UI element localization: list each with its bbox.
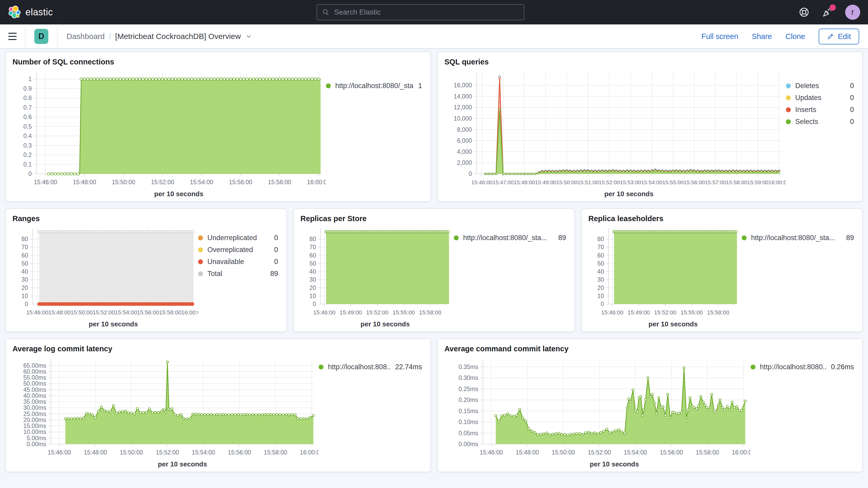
- series-marker: [534, 173, 536, 175]
- x-tick-label: 15:56:00: [229, 179, 252, 186]
- panel-title[interactable]: Ranges: [12, 214, 281, 223]
- legend-item[interactable]: Inserts0: [786, 106, 854, 114]
- series-marker: [262, 78, 265, 80]
- series-marker: [178, 78, 180, 80]
- panel-average-command-commit-latency: Average command commit latency 0.00ms0.0…: [437, 338, 863, 472]
- breadcrumb-dashboard[interactable]: Dashboard: [66, 32, 105, 41]
- legend-series-value: 0: [850, 94, 854, 102]
- series-marker: [661, 171, 663, 173]
- sql-connections-chart[interactable]: 00.10.20.30.40.50.60.70.80.9115:46:0015:…: [11, 68, 326, 200]
- legend-item[interactable]: http://localhost:808...22.74ms: [319, 363, 422, 371]
- panel-title[interactable]: SQL queries: [444, 58, 857, 66]
- search-input[interactable]: [334, 8, 519, 17]
- global-search[interactable]: [316, 4, 524, 20]
- series-marker: [73, 418, 75, 420]
- panel-title[interactable]: Average command commit latency: [444, 344, 857, 353]
- menu-button[interactable]: [0, 24, 25, 49]
- user-avatar[interactable]: r: [845, 5, 860, 20]
- series-marker: [555, 171, 557, 173]
- series-area: [496, 368, 745, 444]
- series-marker: [106, 78, 108, 80]
- panel-title[interactable]: Replica leaseholders: [588, 214, 857, 223]
- legend-item[interactable]: http://localhost:8080/_stat...1: [326, 82, 422, 90]
- series-marker: [609, 432, 611, 434]
- legend-item[interactable]: Updates0: [786, 94, 854, 102]
- series-marker: [570, 433, 572, 435]
- panel-title[interactable]: Number of SQL connections: [12, 58, 425, 66]
- share-button[interactable]: Share: [752, 32, 772, 41]
- series-marker: [129, 78, 131, 80]
- series-marker: [714, 171, 716, 173]
- legend-item[interactable]: http://localhost:8080/_sta...89: [454, 234, 566, 242]
- elastic-brand[interactable]: elastic: [8, 6, 53, 19]
- legend-item[interactable]: Underreplicated0: [198, 234, 278, 242]
- series-marker: [267, 414, 269, 416]
- panel-title[interactable]: Replicas per Store: [301, 214, 569, 223]
- series-marker: [636, 411, 638, 413]
- series-marker: [609, 171, 610, 173]
- legend-item[interactable]: Unavailable0: [198, 258, 278, 266]
- series-marker: [626, 171, 628, 173]
- series-marker: [744, 400, 746, 402]
- y-tick-label: 0.20ms: [459, 397, 478, 403]
- x-tick-label: 15:54:00: [192, 449, 215, 456]
- legend-item[interactable]: http://localhost:8080...0.26ms: [750, 363, 854, 371]
- series-marker: [67, 417, 69, 419]
- space-badge[interactable]: D: [34, 29, 48, 44]
- x-tick-label: 15:58:00: [419, 309, 441, 316]
- replicas-per-store-chart[interactable]: 0102030405060708015:46:0015:49:0015:52:0…: [299, 225, 454, 330]
- chevron-down-icon[interactable]: [245, 32, 253, 40]
- y-tick-label: 30: [309, 276, 316, 283]
- full-screen-button[interactable]: Full screen: [702, 32, 738, 41]
- legend-item[interactable]: Overreplicated0: [198, 246, 278, 254]
- help-button[interactable]: [798, 6, 810, 18]
- series-marker: [534, 432, 536, 434]
- y-tick-label: 40: [309, 268, 316, 275]
- y-tick-label: 70: [309, 244, 316, 250]
- y-tick-label: 20: [597, 284, 604, 291]
- series-marker: [735, 231, 737, 233]
- log-commit-latency-chart[interactable]: 0.00ms5.00ms10.00ms15.00ms20.00ms25.00ms…: [11, 355, 319, 470]
- legend-series-value: 89: [270, 270, 278, 278]
- series-marker: [725, 171, 727, 173]
- command-commit-latency-chart[interactable]: 0.00ms0.05ms0.10ms0.15ms0.20ms0.25ms0.30…: [443, 355, 750, 470]
- series-marker: [695, 408, 698, 410]
- series-marker: [191, 231, 194, 233]
- chart-legend: http://localhost:8080/_stat...1: [326, 68, 425, 94]
- clone-button[interactable]: Clone: [785, 32, 805, 41]
- series-marker: [523, 173, 525, 175]
- panel-title[interactable]: Average log commit latency: [12, 344, 425, 353]
- series-marker: [97, 410, 99, 412]
- ranges-chart[interactable]: 0102030405060708015:46:0015:48:0015:50:0…: [11, 225, 198, 330]
- series-marker: [672, 171, 674, 173]
- series-marker: [148, 78, 151, 80]
- replica-leaseholders-chart[interactable]: 0102030405060708015:46:0015:49:0015:52:0…: [587, 225, 742, 330]
- series-marker: [252, 78, 255, 80]
- legend-item[interactable]: Selects0: [786, 118, 854, 126]
- series-marker: [588, 431, 590, 433]
- legend-item[interactable]: http://localhost:8080/_sta...89: [742, 234, 854, 242]
- series-marker: [655, 413, 657, 415]
- sql-queries-chart[interactable]: 02,0004,0006,0008,00010,00012,00014,0001…: [443, 68, 786, 200]
- series-marker: [127, 411, 129, 414]
- series-marker: [664, 414, 666, 416]
- series-marker: [707, 171, 709, 173]
- series-marker: [314, 78, 317, 80]
- series-marker: [297, 417, 299, 419]
- legend-item[interactable]: Deletes0: [786, 82, 854, 90]
- series-marker: [145, 411, 147, 413]
- series-marker: [282, 414, 284, 416]
- series-marker: [103, 78, 105, 80]
- series-marker: [64, 418, 66, 420]
- series-marker: [597, 433, 599, 435]
- series-area: [49, 79, 321, 174]
- legend-series-label: Overreplicated: [207, 246, 270, 254]
- x-tick-label: 15:52:00: [151, 179, 175, 186]
- edit-button[interactable]: Edit: [818, 29, 859, 44]
- series-marker: [158, 78, 161, 80]
- news-button[interactable]: [822, 6, 833, 18]
- legend-item[interactable]: Total89: [198, 270, 278, 278]
- series-marker: [255, 78, 258, 80]
- x-tick-label: 16:00:00: [307, 179, 326, 186]
- x-tick-label: 15:48:00: [73, 179, 96, 186]
